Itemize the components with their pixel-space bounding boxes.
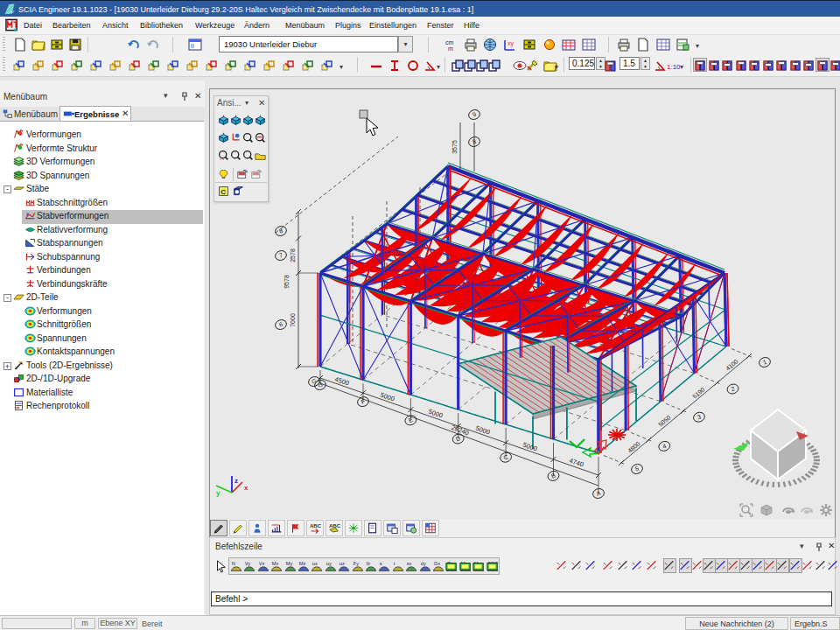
svg-text:4100: 4100	[724, 358, 739, 371]
svg-text:Fy: Fy	[354, 561, 359, 566]
svg-text:5: 5	[634, 466, 640, 472]
svg-text:2: 2	[730, 385, 735, 392]
svg-text:uy: uy	[326, 561, 332, 566]
svg-text:m: m	[448, 46, 453, 52]
svg-text:C: C	[220, 188, 226, 196]
svg-text:y: y	[216, 489, 220, 497]
svg-text:Gx: Gx	[434, 561, 440, 566]
svg-text:Vz: Vz	[259, 561, 265, 566]
svg-text:F: F	[360, 398, 366, 405]
svg-text:3575: 3575	[452, 140, 458, 154]
svg-text:4: 4	[662, 443, 667, 450]
svg-text:7: 7	[278, 252, 284, 259]
svg-text:C: C	[502, 453, 508, 460]
svg-text:5050: 5050	[657, 414, 672, 427]
svg-text:5190: 5190	[691, 386, 706, 399]
svg-text:Mx: Mx	[272, 561, 279, 566]
svg-text:uz: uz	[340, 561, 345, 566]
svg-text:N: N	[232, 561, 235, 566]
svg-text:9: 9	[472, 111, 477, 118]
svg-text:G: G	[311, 378, 318, 385]
svg-text:t: t	[394, 561, 396, 566]
svg-text:ABC: ABC	[310, 522, 321, 528]
svg-text:sv: sv	[407, 561, 412, 566]
svg-text:5000: 5000	[427, 408, 444, 420]
svg-text:Mz: Mz	[299, 561, 306, 566]
svg-text:8: 8	[472, 138, 477, 145]
svg-text:3: 3	[696, 414, 702, 421]
svg-text:B: B	[550, 472, 556, 480]
svg-text:Vy: Vy	[245, 561, 251, 566]
svg-text:xy: xy	[508, 40, 514, 47]
svg-text:cm: cm	[445, 39, 454, 46]
svg-text:2578: 2578	[290, 248, 296, 262]
svg-text:s: s	[380, 561, 382, 566]
svg-text:1:10: 1:10	[667, 63, 680, 71]
svg-text:4740: 4740	[568, 457, 584, 469]
svg-text:ABC: ABC	[329, 522, 340, 528]
svg-text:dy: dy	[421, 561, 426, 566]
svg-text:8: 8	[278, 228, 284, 234]
svg-text:fz: fz	[367, 561, 371, 566]
svg-text:My: My	[286, 561, 293, 566]
svg-text:z: z	[234, 477, 238, 485]
svg-text:A: A	[596, 490, 602, 497]
svg-text:7000: 7000	[290, 313, 296, 327]
svg-text:6: 6	[278, 321, 284, 328]
svg-text:D: D	[455, 435, 461, 442]
svg-text:x: x	[244, 484, 248, 492]
svg-text:1: 1	[762, 359, 767, 366]
svg-text:1:1: 1:1	[220, 157, 225, 161]
svg-text:9578: 9578	[284, 275, 290, 289]
svg-text:ux: ux	[312, 561, 318, 566]
